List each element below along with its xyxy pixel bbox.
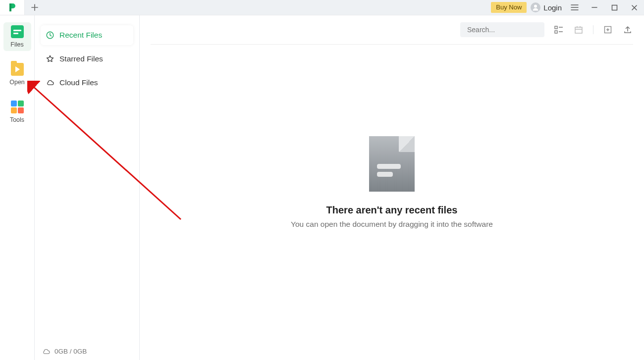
minimize-button[interactable] [585,0,604,15]
login-label: Login [543,3,562,12]
menu-button[interactable] [565,0,585,15]
maximize-icon [611,4,618,11]
hamburger-icon [571,4,579,11]
subnav-recent-files[interactable]: Recent Files [41,25,133,45]
open-folder-icon [11,63,24,76]
main-panel: There aren't any recent files You can op… [140,15,644,360]
empty-title: There aren't any recent files [326,205,458,216]
rail-item-tools[interactable]: Tools [3,98,31,126]
tools-grid-icon [11,101,24,113]
buy-now-button[interactable]: Buy Now [491,2,527,13]
star-icon [46,54,54,63]
empty-document-icon [369,136,415,192]
maximize-button[interactable] [604,0,624,15]
svg-rect-2 [612,5,617,10]
titlebar: Buy Now Login [0,0,644,15]
subnav-cloud-files[interactable]: Cloud Files [41,73,133,93]
cloud-icon [42,348,51,355]
left-rail: Files Open Tools [0,15,35,360]
svg-point-1 [534,5,537,8]
rail-item-files[interactable]: Files [3,22,31,51]
subnav-label: Starred Files [59,54,103,63]
rail-label: Files [10,41,23,48]
app-logo-icon [7,2,17,12]
app-logo-tab[interactable] [0,0,25,15]
storage-indicator: 0GB / 0GB [42,348,87,355]
subnav-starred-files[interactable]: Starred Files [41,49,133,69]
empty-subtitle: You can open the document by dragging it… [291,220,493,229]
cloud-icon [46,78,54,87]
plus-icon [31,4,38,11]
rail-label: Open [9,79,25,86]
new-tab-button[interactable] [25,0,45,15]
minimize-icon [591,4,598,11]
subnav-label: Recent Files [59,31,102,40]
files-icon [11,25,24,38]
rail-label: Tools [10,116,24,123]
empty-state: There aren't any recent files You can op… [140,25,644,340]
file-subnav: Recent Files Starred Files Cloud Files 0… [35,15,140,360]
storage-text: 0GB / 0GB [54,348,87,355]
svg-rect-0 [9,3,11,11]
rail-item-open[interactable]: Open [3,60,31,89]
user-avatar-icon [531,2,540,12]
close-window-button[interactable] [624,0,644,15]
clock-icon [46,31,54,40]
close-icon [631,4,638,11]
subnav-label: Cloud Files [59,78,98,87]
login-button[interactable]: Login [531,0,562,15]
